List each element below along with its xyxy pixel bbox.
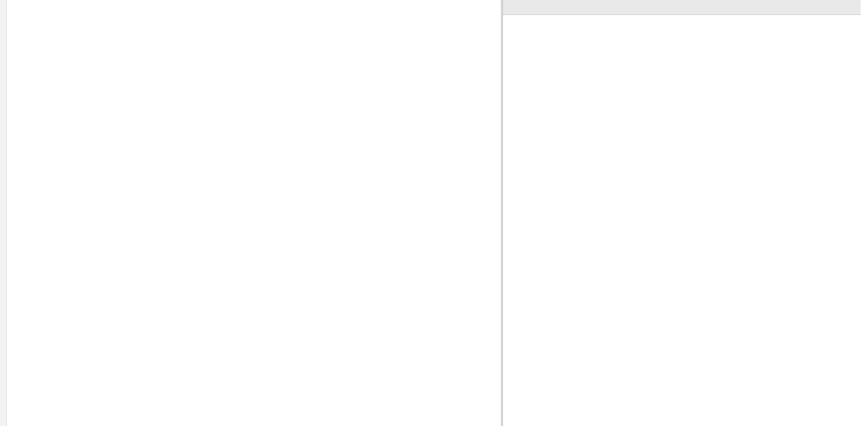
timescale-header[interactable] xyxy=(503,0,861,15)
ms-project-gantt-view xyxy=(0,0,868,435)
view-label-strip xyxy=(0,0,7,426)
gantt-chart-pane xyxy=(503,0,861,426)
